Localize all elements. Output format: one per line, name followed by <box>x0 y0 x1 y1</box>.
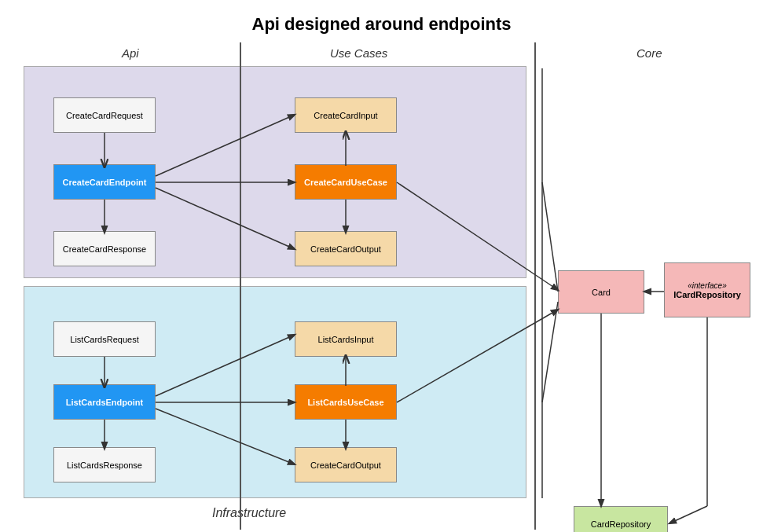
icardrepository-label: ICardRepository <box>673 290 741 299</box>
col-label-core: Core <box>636 46 662 60</box>
svg-line-21 <box>542 182 558 292</box>
createcardinput-box: CreateCardInput <box>295 97 397 133</box>
svg-line-18 <box>669 506 707 523</box>
infrastructure-label: Infrastructure <box>212 506 286 520</box>
listcardsusecase-box: ListCardsUseCase <box>295 384 397 420</box>
listcardsinput-box: ListCardsInput <box>295 321 397 357</box>
createcardendpoint-box: CreateCardEndpoint <box>53 164 156 200</box>
createcardresponse-box: CreateCardResponse <box>53 231 156 266</box>
col-label-api: Api <box>122 46 139 60</box>
listcardsresponse-box: ListCardsResponse <box>53 447 156 482</box>
card-box: Card <box>558 270 644 314</box>
createcardusecase-box: CreateCardUseCase <box>295 164 397 200</box>
icardrepository-box: «interface» ICardRepository <box>664 262 750 317</box>
createcardrequest-box: CreateCardRequest <box>53 97 156 133</box>
diagram-area: Api Use Cases Core Infrastructure Create… <box>0 42 763 530</box>
listcardoutput-box: CreateCardOutput <box>295 447 397 482</box>
col-label-usecases: Use Cases <box>330 46 387 60</box>
vdivider-2 <box>534 42 536 530</box>
listcardsrequest-box: ListCardsRequest <box>53 321 156 357</box>
icardrepository-stereotype: «interface» <box>673 281 741 290</box>
vdivider-1 <box>240 42 241 530</box>
createcardoutput-box: CreateCardOutput <box>295 231 397 266</box>
page-title: Api designed around endpoints <box>0 0 763 42</box>
listcardsendpoint-box: ListCardsEndpoint <box>53 384 156 420</box>
svg-line-22 <box>542 302 558 402</box>
cardrepository-box: CardRepository <box>574 506 668 532</box>
